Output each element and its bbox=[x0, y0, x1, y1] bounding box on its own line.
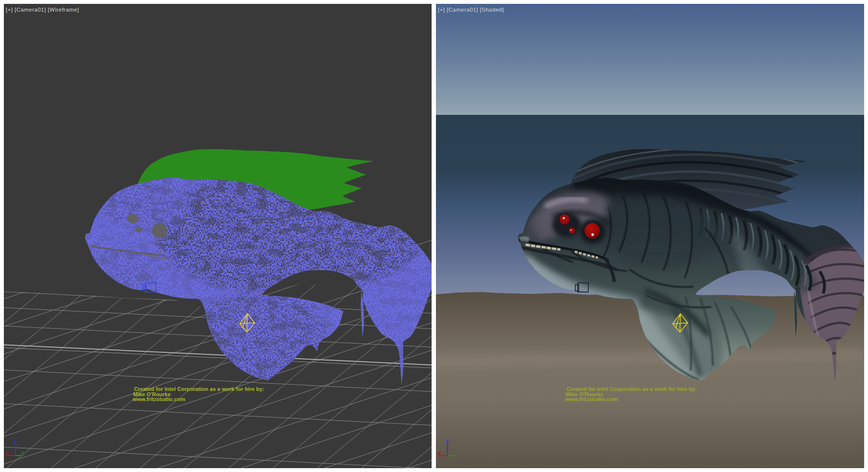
svg-text:Y: Y bbox=[21, 450, 25, 456]
svg-text:Y: Y bbox=[453, 450, 457, 456]
svg-text:X: X bbox=[6, 450, 9, 456]
svg-text:www.fritzstudio.com: www.fritzstudio.com bbox=[132, 396, 185, 402]
svg-text:Z: Z bbox=[14, 439, 17, 444]
svg-text:[+] [Camera01] [Wireframe]: [+] [Camera01] [Wireframe] bbox=[6, 7, 79, 13]
svg-text:X: X bbox=[438, 450, 441, 456]
svg-text:www.fritzstudio.com: www.fritzstudio.com bbox=[565, 396, 618, 402]
svg-text:[+] [Camera01] [Shaded]: [+] [Camera01] [Shaded] bbox=[438, 7, 504, 13]
svg-text:Z: Z bbox=[446, 439, 449, 444]
